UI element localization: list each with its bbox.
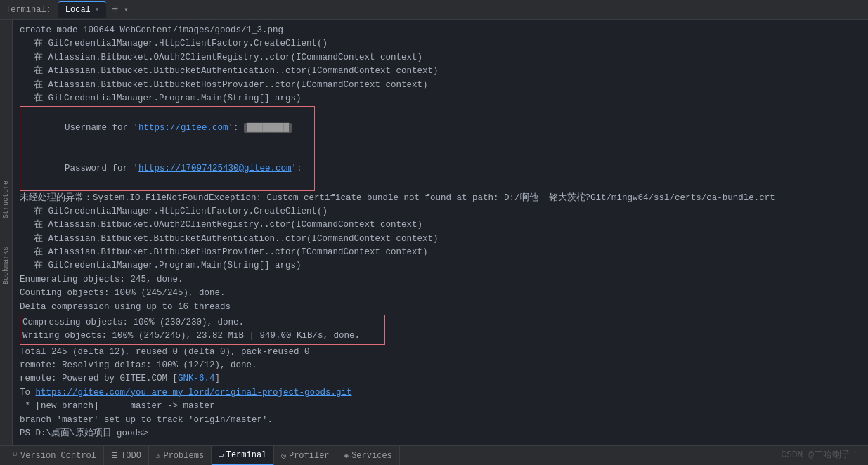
credential-block: Username for 'https://gitee.com': ██████… <box>20 106 315 190</box>
problems-tab[interactable]: ⚠ Problems <box>149 446 212 466</box>
writing-line: Writing objects: 100% (245/245), 23.82 M… <box>22 329 382 343</box>
local-tab-label: Local <box>65 5 91 15</box>
line-11: 在 Atlassian.Bitbucket.BitbucketHostProvi… <box>20 246 861 259</box>
services-tab[interactable]: ◈ Services <box>337 446 400 466</box>
profiler-icon: ◎ <box>281 451 286 460</box>
tab-bar: Terminal: Local × + ▾ <box>0 0 868 20</box>
terminal-icon: ▭ <box>219 450 224 459</box>
line-21: branch 'master' set up to track 'origin/… <box>20 414 861 427</box>
line-18: remote: Powered by GITEE.COM [GNK-6.4] <box>20 372 861 386</box>
terminal-label: Terminal: <box>6 5 51 15</box>
bookmarks-label[interactable]: Bookmarks <box>2 247 10 284</box>
todo-label: TODO <box>121 451 141 461</box>
todo-tab[interactable]: ☰ TODO <box>104 446 149 466</box>
line-20: * [new branch] master -> master <box>20 400 861 413</box>
gitee-url-2[interactable]: https://17097425430@gitee.com <box>138 164 292 173</box>
add-tab-button[interactable]: + <box>109 4 122 16</box>
line-13: Enumerating objects: 245, done. <box>20 273 861 287</box>
password-line: Password for 'https://17097425430@gitee.… <box>22 148 312 189</box>
line-1: create mode 100644 WebContent/images/goo… <box>20 24 861 37</box>
bottom-toolbar: ⑂ Version Control ☰ TODO ⚠ Problems ▭ Te… <box>0 445 868 465</box>
version-control-label: Version Control <box>20 451 96 461</box>
terminal-tab-label: Terminal <box>226 450 267 460</box>
line-4: 在 Atlassian.Bitbucket.BitbucketAuthentic… <box>20 65 861 78</box>
terminal-tab[interactable]: ▭ Terminal <box>212 446 274 466</box>
line-19: To https://gitee.com/you_are_my_lord/ori… <box>20 386 861 400</box>
line-3: 在 Atlassian.Bitbucket.OAuth2ClientRegist… <box>20 51 861 65</box>
line-12: 在 GitCredentialManager.Program.Main(Stri… <box>20 259 861 273</box>
line-5: 在 Atlassian.Bitbucket.BitbucketHostProvi… <box>20 79 861 92</box>
version-control-icon: ⑂ <box>13 452 18 460</box>
terminal-container: Structure Bookmarks create mode 100644 W… <box>0 20 868 445</box>
compressing-line: Compressing objects: 100% (230/230), don… <box>22 316 382 329</box>
line-17: remote: Resolving deltas: 100% (12/12), … <box>20 359 861 372</box>
profiler-tab[interactable]: ◎ Profiler <box>274 446 337 466</box>
line-15: Delta compression using up to 16 threads <box>20 301 861 314</box>
problems-icon: ⚠ <box>156 451 161 460</box>
watermark: CSDN @二哈喇子！ <box>781 448 860 461</box>
gitee-url-1[interactable]: https://gitee.com <box>138 123 228 133</box>
close-tab-icon[interactable]: × <box>95 6 99 14</box>
services-icon: ◈ <box>344 451 349 460</box>
local-tab[interactable]: Local × <box>58 1 106 18</box>
structure-label[interactable]: Structure <box>2 181 10 218</box>
line-9: 在 Atlassian.Bitbucket.OAuth2ClientRegist… <box>20 218 861 232</box>
prompt-line: PS D:\桌面\原始项目 goods> <box>20 427 861 440</box>
services-label: Services <box>351 451 392 461</box>
line-2: 在 GitCredentialManager.HttpClientFactory… <box>20 37 861 51</box>
line-14: Counting objects: 100% (245/245), done. <box>20 287 861 300</box>
problems-label: Problems <box>163 451 204 461</box>
line-8: 在 GitCredentialManager.HttpClientFactory… <box>20 205 861 218</box>
terminal-output[interactable]: create mode 100644 WebContent/images/goo… <box>13 20 868 445</box>
line-16: Total 245 (delta 12), reused 0 (delta 0)… <box>20 346 861 359</box>
line-10: 在 Atlassian.Bitbucket.BitbucketAuthentic… <box>20 232 861 246</box>
progress-block: Compressing objects: 100% (230/230), don… <box>20 315 385 345</box>
repo-url[interactable]: https://gitee.com/you_are_my_lord/origin… <box>36 388 352 398</box>
line-6: 在 GitCredentialManager.Program.Main(Stri… <box>20 92 861 105</box>
version-control-tab[interactable]: ⑂ Version Control <box>6 446 104 466</box>
profiler-label: Profiler <box>289 451 330 461</box>
username-line: Username for 'https://gitee.com': ██████… <box>22 107 312 148</box>
error-line: 未经处理的异常：System.IO.FileNotFoundException:… <box>20 192 861 205</box>
todo-icon: ☰ <box>111 451 118 460</box>
side-panel: Structure Bookmarks <box>0 20 13 445</box>
tab-dropdown-icon[interactable]: ▾ <box>124 6 128 14</box>
